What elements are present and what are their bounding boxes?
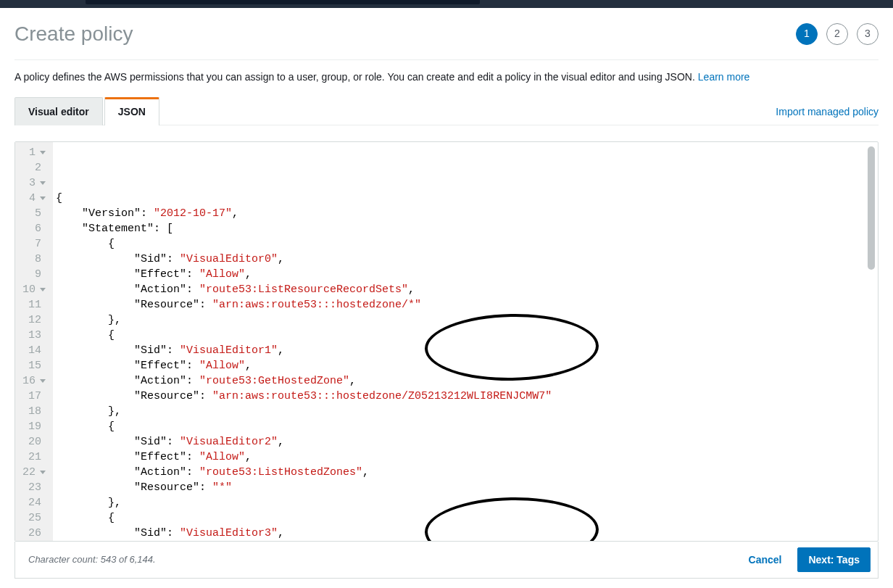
character-count: Character count: 543 of 6,144. (22, 553, 156, 566)
line-number: 15 (15, 358, 50, 373)
line-number: 23 (15, 480, 50, 495)
tabs-row: Visual editorJSON Import managed policy (14, 96, 879, 126)
code-line[interactable]: { (56, 236, 863, 252)
code-line[interactable]: }, (56, 495, 863, 510)
nav-segment (86, 0, 480, 4)
code-line[interactable]: "Resource": "*" (56, 480, 863, 495)
line-number: 7 (15, 236, 50, 252)
code-line[interactable]: { (56, 510, 863, 526)
tab-json[interactable]: JSON (104, 97, 159, 126)
code-line[interactable]: "Sid": "VisualEditor0", (56, 252, 863, 267)
next-tags-button[interactable]: Next: Tags (797, 547, 871, 572)
line-number: 20 (15, 434, 50, 450)
header-row: Create policy 123 (14, 20, 879, 60)
code-line[interactable]: }, (56, 404, 863, 419)
editor-gutter: 1234567891011121314151617181920212223242… (15, 142, 53, 541)
code-line[interactable]: { (56, 328, 863, 343)
line-number: 12 (15, 312, 50, 328)
code-line[interactable]: "Resource": "arn:aws:route53:::hostedzon… (56, 297, 863, 312)
line-number: 9 (15, 267, 50, 282)
json-editor[interactable]: 1234567891011121314151617181920212223242… (14, 141, 879, 542)
line-number: 26 (15, 526, 50, 541)
line-number: 25 (15, 510, 50, 526)
line-number: 4 (15, 191, 50, 206)
line-number: 22 (15, 465, 50, 480)
line-number: 24 (15, 495, 50, 510)
cancel-button[interactable]: Cancel (740, 548, 791, 571)
code-line[interactable]: "Resource": "arn:aws:route53:::hostedzon… (56, 389, 863, 404)
editor-code[interactable]: { "Version": "2012-10-17", "Statement": … (53, 142, 869, 541)
wizard-steps: 123 (796, 23, 879, 45)
editor-scrollbar[interactable] (868, 146, 875, 270)
line-number: 2 (15, 160, 50, 175)
line-number: 18 (15, 404, 50, 419)
line-number: 21 (15, 450, 50, 465)
line-number: 11 (15, 297, 50, 312)
wizard-step-2[interactable]: 2 (826, 23, 848, 45)
line-number: 16 (15, 373, 50, 389)
line-number: 5 (15, 206, 50, 221)
code-line[interactable]: "Action": "route53:ListResourceRecordSet… (56, 282, 863, 297)
intro-text: A policy defines the AWS permissions tha… (14, 70, 695, 85)
code-line[interactable]: "Action": "route53:GetHostedZone", (56, 373, 863, 389)
aws-top-nav-remnant (0, 0, 893, 8)
page-body: Create policy 123 A policy defines the A… (0, 8, 893, 586)
wizard-step-3[interactable]: 3 (857, 23, 879, 45)
code-line[interactable]: "Sid": "VisualEditor2", (56, 434, 863, 450)
code-line[interactable]: "Effect": "Allow", (56, 450, 863, 465)
line-number: 17 (15, 389, 50, 404)
line-number: 8 (15, 252, 50, 267)
code-line[interactable]: "Statement": [ (56, 221, 863, 236)
intro-row: A policy defines the AWS permissions tha… (14, 60, 879, 96)
line-number: 1 (15, 145, 50, 160)
page-title: Create policy (14, 20, 133, 48)
line-number: 10 (15, 282, 50, 297)
line-number: 6 (15, 221, 50, 236)
code-line[interactable]: "Effect": "Allow", (56, 267, 863, 282)
wizard-step-1[interactable]: 1 (796, 23, 818, 45)
line-number: 14 (15, 343, 50, 358)
tabs: Visual editorJSON (14, 96, 159, 125)
code-line[interactable]: }, (56, 312, 863, 328)
code-line[interactable]: "Sid": "VisualEditor1", (56, 343, 863, 358)
footer-bar: Character count: 543 of 6,144. Cancel Ne… (14, 542, 879, 579)
code-line[interactable]: "Sid": "VisualEditor3", (56, 526, 863, 541)
line-number: 19 (15, 419, 50, 434)
footer-actions: Cancel Next: Tags (740, 547, 871, 572)
line-number: 13 (15, 328, 50, 343)
code-line[interactable]: "Action": "route53:ListHostedZones", (56, 465, 863, 480)
tab-visual-editor[interactable]: Visual editor (14, 97, 103, 126)
line-number: 3 (15, 175, 50, 191)
learn-more-link[interactable]: Learn more (698, 70, 750, 85)
code-line[interactable]: { (56, 191, 863, 206)
import-managed-policy-link[interactable]: Import managed policy (776, 105, 879, 120)
code-line[interactable]: { (56, 419, 863, 434)
code-line[interactable]: "Effect": "Allow", (56, 358, 863, 373)
code-line[interactable]: "Version": "2012-10-17", (56, 206, 863, 221)
